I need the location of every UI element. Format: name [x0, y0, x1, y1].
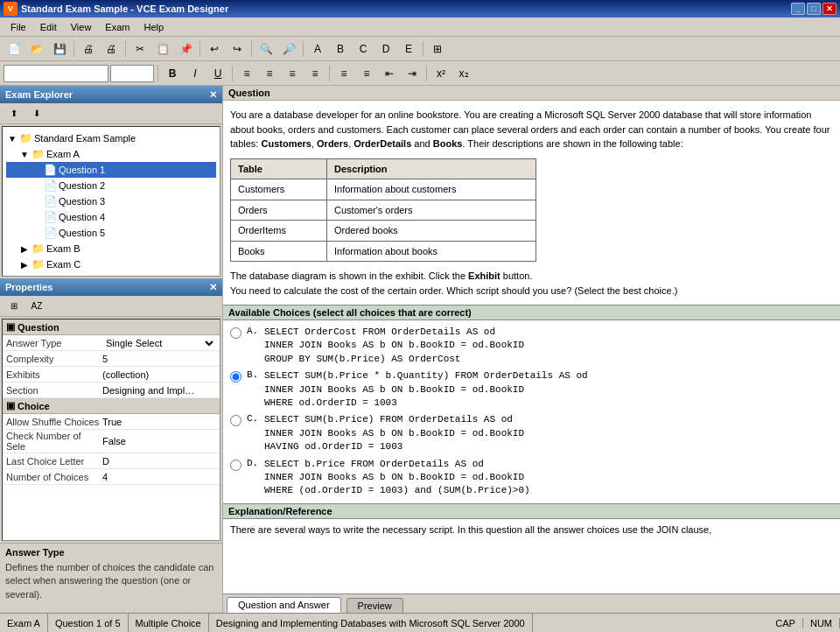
properties-content: ▣ Question Answer Type Single Select Com…	[2, 319, 220, 541]
list-button[interactable]: ≡	[333, 64, 354, 83]
tree-q1[interactable]: 📄 Question 1	[6, 162, 216, 178]
tab-question-answer[interactable]: Question and Answer	[227, 597, 341, 613]
prop-last-letter-label: Last Choice Letter	[6, 456, 102, 467]
redo-button[interactable]: ↪	[227, 39, 248, 59]
tree-q4[interactable]: 📄 Question 4	[6, 209, 216, 225]
font-size-input[interactable]	[110, 65, 154, 82]
minimize-button[interactable]: _	[791, 3, 805, 15]
question-scroll-area[interactable]: You are a database developer for an onli…	[223, 101, 840, 593]
choice-radio-b[interactable]	[230, 371, 242, 383]
indent-dec-button[interactable]: ⇤	[379, 64, 400, 83]
table-cell-books: Books	[231, 241, 327, 262]
btn-f[interactable]: ⊞	[427, 39, 448, 59]
choice-radio-c[interactable]	[230, 415, 242, 426]
prop-sort-btn[interactable]: ⊞	[4, 297, 24, 316]
status-cap: CAP	[768, 618, 803, 628]
choice-radio-a[interactable]	[230, 327, 242, 339]
menu-view[interactable]: View	[64, 20, 99, 34]
tree-exam-a[interactable]: ▼ 📁 Exam A	[6, 146, 216, 162]
align-justify-button[interactable]: ≡	[304, 64, 326, 83]
examb-expander[interactable]: ▶	[18, 242, 31, 255]
close-button[interactable]: ✕	[822, 3, 836, 15]
choices-header-label: Available Choices (select all choices th…	[228, 307, 472, 318]
italic-button[interactable]: I	[185, 64, 206, 83]
prop-question-section[interactable]: ▣ Question	[3, 320, 220, 335]
q5-expander	[31, 227, 43, 239]
tree-q3[interactable]: 📄 Question 3	[6, 193, 216, 209]
prop-answer-type-label: Answer Type	[6, 338, 102, 348]
sep7	[158, 66, 158, 81]
prop-shuffle-value: True	[102, 417, 216, 427]
btn-e[interactable]: E	[398, 39, 419, 59]
menu-edit[interactable]: Edit	[33, 20, 64, 34]
new-button[interactable]: 📄	[4, 39, 24, 59]
bold-button[interactable]: B	[162, 64, 183, 83]
num-list-button[interactable]: ≡	[356, 64, 377, 83]
explorer-btn1[interactable]: ⬆	[4, 104, 24, 123]
underline-button[interactable]: U	[207, 64, 228, 83]
print-button[interactable]: 🖨	[101, 39, 122, 59]
prop-answer-type-value[interactable]: Single Select	[102, 337, 216, 349]
find-button[interactable]: 🔍	[256, 39, 276, 59]
choices-content: A. SELECT OrderCost FROM OrderDetails AS…	[223, 320, 840, 503]
root-expander[interactable]: ▼	[6, 132, 18, 144]
examc-expander[interactable]: ▶	[18, 258, 31, 270]
question-area: Question You are a database developer fo…	[223, 86, 840, 613]
menu-exam[interactable]: Exam	[98, 20, 136, 34]
explorer-btn2[interactable]: ⬇	[26, 104, 47, 123]
sep5	[303, 41, 304, 57]
font-style-input[interactable]	[4, 65, 108, 82]
tree-root[interactable]: ▼ 📁 Standard Exam Sample	[6, 130, 216, 146]
q4-icon: 📄	[43, 210, 57, 224]
prop-choice-section[interactable]: ▣ Choice	[3, 398, 220, 414]
properties-close-button[interactable]: ✕	[209, 282, 217, 293]
question-para1: You are a database developer for an onli…	[230, 108, 833, 151]
maximize-button[interactable]: □	[807, 3, 821, 15]
choice-text-a: SELECT OrderCost FROM OrderDetails AS od…	[264, 326, 833, 366]
prop-alpha-btn[interactable]: AZ	[26, 297, 47, 316]
btn-d[interactable]: D	[375, 39, 396, 59]
explanation-text: There are several ways to write the nece…	[230, 524, 711, 535]
tree-q5[interactable]: 📄 Question 5	[6, 225, 216, 241]
prop-complexity-row: Complexity 5	[3, 351, 220, 367]
q3-label: Question 3	[59, 196, 105, 207]
replace-button[interactable]: 🔎	[278, 39, 299, 59]
align-left-button[interactable]: ≡	[236, 64, 257, 83]
status-exam: Exam A	[0, 614, 48, 632]
btn-c[interactable]: C	[353, 39, 374, 59]
prop-num-choices-value: 4	[102, 472, 216, 482]
choice-letter-a: A.	[247, 326, 264, 336]
cut-button[interactable]: ✂	[130, 39, 150, 59]
choice-letter-d: D.	[247, 458, 264, 468]
choice-radio-d[interactable]	[230, 460, 242, 471]
copy-button[interactable]: 📋	[152, 39, 173, 59]
sep6	[423, 41, 424, 57]
tab-preview[interactable]: Preview	[346, 598, 403, 613]
tree-exam-b[interactable]: ▶ 📁 Exam B	[6, 241, 216, 256]
indent-inc-button[interactable]: ⇥	[402, 64, 423, 83]
choice-letter-b: B.	[247, 369, 264, 380]
prop-complexity-value: 5	[102, 354, 216, 364]
btn-b[interactable]: B	[330, 39, 351, 59]
btn-a[interactable]: A	[307, 39, 328, 59]
explorer-close-button[interactable]: ✕	[209, 89, 217, 101]
explanation-header-label: Explanation/Reference	[228, 506, 332, 516]
save-button[interactable]: 💾	[49, 39, 70, 59]
undo-button[interactable]: ↩	[204, 39, 225, 59]
answer-type-select[interactable]: Single Select	[102, 337, 216, 349]
paste-button[interactable]: 📌	[175, 39, 196, 59]
align-center-button[interactable]: ≡	[259, 64, 280, 83]
tree-exam-c[interactable]: ▶ 📁 Exam C	[6, 256, 216, 272]
open-button[interactable]: 📂	[26, 39, 47, 59]
print-preview-button[interactable]: 🖨	[78, 39, 99, 59]
superscript-button[interactable]: x²	[430, 64, 452, 83]
table-cell-customers-desc: Information about customers	[327, 179, 536, 200]
tree-q2[interactable]: 📄 Question 2	[6, 178, 216, 193]
align-right-button[interactable]: ≡	[282, 64, 303, 83]
subscript-button[interactable]: x₂	[453, 64, 474, 83]
q4-label: Question 4	[59, 212, 105, 222]
menu-file[interactable]: File	[4, 20, 33, 34]
q4-expander	[31, 211, 43, 223]
menu-help[interactable]: Help	[136, 20, 171, 34]
exama-expander[interactable]: ▼	[18, 148, 31, 160]
